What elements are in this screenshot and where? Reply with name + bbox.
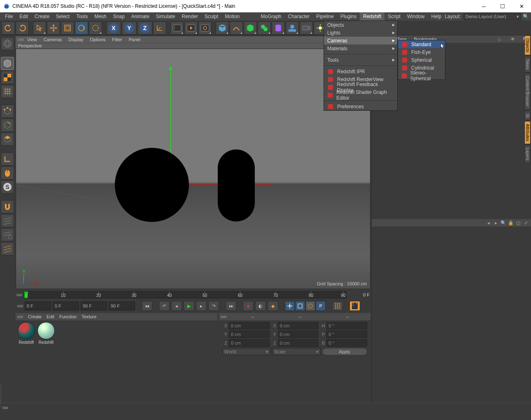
menu-item-tools-header[interactable]: Tools▶ [324, 56, 397, 64]
nav-back-icon[interactable]: ◂ [486, 220, 491, 226]
menu-tools[interactable]: Tools [73, 12, 91, 21]
coord-y-size[interactable]: 0 cm [278, 331, 319, 338]
menu-mesh[interactable]: Mesh [91, 12, 109, 21]
menu-file[interactable]: File [2, 12, 16, 21]
coord-b-rot[interactable]: 0 ° [326, 339, 367, 347]
next-frame-button[interactable]: ▸ [196, 301, 207, 311]
menu-character[interactable]: Character [285, 12, 313, 21]
viewport[interactable]: Y X Grid Spacing : 10000 cm [16, 49, 370, 289]
menu-item-objects[interactable]: Objects▶ [324, 21, 397, 29]
scale-tool[interactable] [61, 21, 74, 35]
prev-frame-button[interactable]: ◂ [171, 301, 182, 311]
submenu-spherical[interactable]: Spherical [398, 56, 445, 64]
coord-system-button[interactable] [153, 21, 166, 35]
viewport-sphere-object[interactable] [115, 148, 189, 222]
menu-script[interactable]: Script [384, 12, 404, 21]
faces-mode-button[interactable] [1, 133, 14, 146]
menu-motion-tracker[interactable]: Motion Tracker [221, 12, 257, 21]
range-start-field[interactable]: 0 F [53, 301, 79, 310]
menu-redshift[interactable]: Redshift [360, 12, 384, 21]
menu-window[interactable]: Window [404, 12, 428, 21]
mouse-mode-button[interactable] [1, 166, 14, 180]
lock-icon[interactable]: 🔒 [508, 220, 514, 226]
menu-item-lights[interactable]: Lights▶ [324, 29, 397, 37]
keyoptions-button[interactable]: ◆ [268, 301, 278, 311]
close-button[interactable]: ✕ [512, 0, 531, 12]
axis-l-button[interactable] [1, 152, 14, 166]
menu-simulate[interactable]: Simulate [153, 12, 179, 21]
grip-icon[interactable] [221, 316, 226, 318]
grid-snap-button[interactable] [1, 214, 14, 227]
coord-mode-combo[interactable]: Scale▾ [272, 348, 320, 355]
camera-button[interactable] [300, 21, 313, 35]
material-item[interactable]: Redshift [37, 322, 55, 345]
submenu-fisheye[interactable]: Fish-Eye [398, 48, 445, 56]
vp-menu-view[interactable]: View [24, 37, 40, 42]
magnet-button[interactable] [1, 200, 14, 213]
menu-item-redshift-shader-graph[interactable]: Redshift Shader Graph Editor [324, 91, 397, 99]
current-frame-field[interactable]: 0 F [25, 301, 51, 310]
grip-icon[interactable] [17, 316, 23, 318]
rotate-tool[interactable] [75, 21, 88, 35]
render-settings-button[interactable] [198, 21, 212, 35]
submenu-stereo-spherical[interactable]: Stereo-Spherical [398, 72, 445, 79]
layout-combo[interactable]: Demo Layout (User) ▾ [463, 13, 521, 20]
maximize-button[interactable]: ☐ [493, 0, 512, 12]
s-mode-button[interactable]: S [1, 180, 14, 194]
coord-z-size[interactable]: 0 cm [278, 339, 319, 347]
globe-icon[interactable] [1, 37, 14, 50]
menu-edit[interactable]: Edit [16, 12, 31, 21]
redo-button[interactable] [16, 21, 29, 35]
search-icon[interactable]: 🔍 [501, 220, 506, 226]
grip-icon[interactable] [2, 407, 8, 409]
next-key-button[interactable]: ↷ [208, 301, 219, 311]
coord-x-pos[interactable]: 0 cm [229, 322, 270, 329]
grip-icon[interactable] [16, 294, 22, 296]
menu-pipeline[interactable]: Pipeline [313, 12, 337, 21]
mat-menu-function[interactable]: Function [59, 314, 77, 319]
submenu-standard[interactable]: Standard [398, 40, 445, 48]
y-axis-button[interactable]: Y [122, 21, 137, 35]
spline-button[interactable] [230, 21, 243, 35]
range-end-field[interactable]: 90 F [81, 301, 107, 310]
eye-icon[interactable]: 👁 [510, 36, 515, 42]
coord-z-pos[interactable]: 0 cm [229, 339, 270, 347]
vtab-content-browser[interactable]: Content Browser [524, 73, 531, 110]
home-icon[interactable]: ⌂ [496, 36, 502, 42]
points-mode-button[interactable] [1, 105, 14, 118]
mat-menu-texture[interactable]: Texture [82, 314, 96, 319]
x-axis-button[interactable]: X [106, 21, 121, 35]
go-start-button[interactable]: ⏮ [142, 301, 152, 311]
menu-item-redshift-ipr[interactable]: Redshift IPR [324, 68, 397, 75]
coord-y-pos[interactable]: 0 cm [229, 331, 270, 338]
model-mode-button[interactable] [1, 57, 14, 70]
menu-animate[interactable]: Animate [128, 12, 153, 21]
mat-menu-create[interactable]: Create [28, 314, 42, 319]
select-tool[interactable] [33, 21, 46, 35]
locked-workplane-button[interactable] [1, 242, 14, 255]
vp-menu-cameras[interactable]: Cameras [40, 37, 65, 42]
vp-menu-panel[interactable]: Panel [126, 37, 144, 42]
menu-create[interactable]: Create [31, 12, 53, 21]
move-tool[interactable] [47, 21, 60, 35]
render-button[interactable] [170, 21, 184, 35]
environment-button[interactable] [286, 21, 299, 35]
coord-space-combo[interactable]: World▾ [222, 348, 270, 355]
coord-apply-button[interactable]: Apply [322, 348, 367, 355]
menu-render[interactable]: Render [179, 12, 201, 21]
texture-mode-button[interactable] [1, 71, 14, 84]
timeline-track[interactable]: 0 10 20 30 40 50 60 70 80 90 [24, 291, 347, 299]
attribute-body[interactable] [372, 226, 531, 403]
undo-button[interactable] [2, 21, 15, 35]
workplane-button[interactable] [1, 85, 14, 98]
menu-plugins[interactable]: Plugins [337, 12, 360, 21]
menu-item-materials[interactable]: Materials▶ [324, 44, 397, 52]
go-end-button[interactable]: ⏭ [226, 301, 236, 311]
key-scale-button[interactable] [295, 301, 305, 311]
vtab-st[interactable]: St [524, 111, 531, 120]
key-rot-button[interactable] [305, 301, 315, 311]
vtab-takes[interactable]: Takes [524, 56, 531, 72]
menu-sculpt[interactable]: Sculpt [201, 12, 221, 21]
vp-menu-filter[interactable]: Filter [109, 37, 125, 42]
coord-x-size[interactable]: 0 cm [278, 322, 319, 329]
